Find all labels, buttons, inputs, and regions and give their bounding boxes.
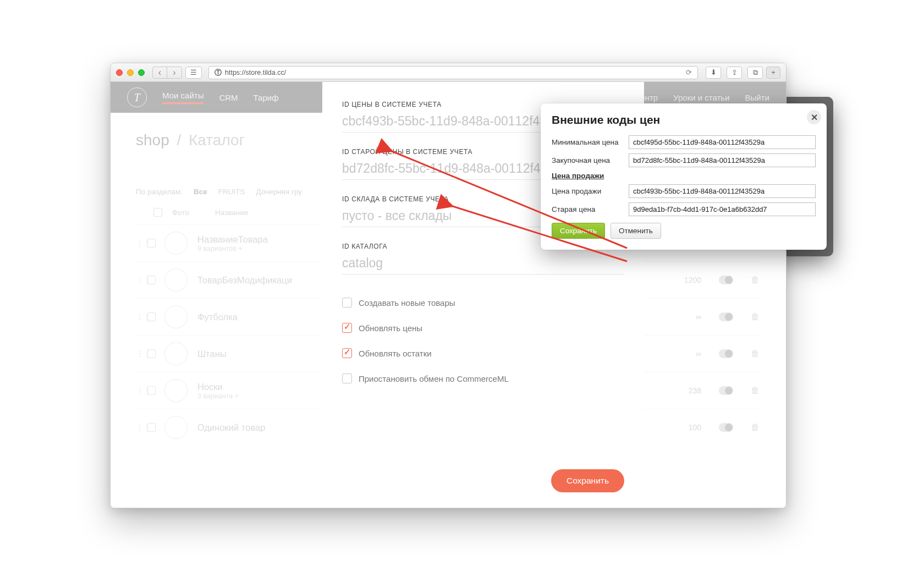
product-price: 1200 <box>666 276 701 284</box>
th-photo: Фото <box>172 208 205 217</box>
product-name: Штаны <box>197 349 227 359</box>
buy-price-label: Закупочная цена <box>552 156 623 164</box>
sale-price-label: Цена продажи <box>552 187 623 195</box>
nav-logout[interactable]: Выйти <box>745 93 769 102</box>
filter-child[interactable]: Дочерняя гру <box>256 188 302 196</box>
row-checkbox[interactable] <box>147 423 156 432</box>
filter-all[interactable]: Все <box>194 188 207 196</box>
row-checkbox[interactable] <box>147 276 156 284</box>
drag-handle-icon[interactable]: ⋮⋮ <box>136 386 144 395</box>
old-price-label: Старая цена <box>552 205 623 213</box>
external-codes-dialog: ✕ Внешние коды цен Минимальная цена Заку… <box>541 103 827 250</box>
product-price: 238 <box>666 386 701 395</box>
row-checkbox[interactable] <box>147 386 156 395</box>
check-pause-exchange[interactable] <box>342 374 352 383</box>
product-thumb <box>164 305 188 328</box>
tabs-icon[interactable]: ⧉ <box>747 67 763 79</box>
drag-handle-icon[interactable]: ⋮⋮ <box>136 312 144 321</box>
sidebar-toggle-icon[interactable]: ☰ <box>185 67 202 79</box>
trash-icon[interactable]: 🗑 <box>751 386 761 396</box>
row-checkbox[interactable] <box>147 349 156 358</box>
product-price: 100 <box>666 423 701 432</box>
trash-icon[interactable]: 🗑 <box>751 312 761 322</box>
address-bar[interactable]: Ⓣ https://store.tilda.cc/ ⟳ <box>208 66 698 79</box>
check-update-prices-label: Обновлять цены <box>359 323 422 333</box>
nav-tariff[interactable]: Тариф <box>254 93 279 102</box>
check-update-stock[interactable] <box>342 348 352 358</box>
dialog-save-button[interactable]: Сохранить <box>552 223 605 239</box>
breadcrumb-page: Каталог <box>189 131 245 149</box>
sale-header: Цена продажи <box>552 172 623 180</box>
window-minimize-icon[interactable] <box>127 69 134 76</box>
new-tab-button[interactable]: + <box>766 67 780 79</box>
product-thumb <box>164 416 188 439</box>
select-all-checkbox[interactable] <box>153 208 162 217</box>
nav-my-sites[interactable]: Мои сайты <box>162 91 204 104</box>
check-update-stock-label: Обновлять остатки <box>359 349 432 358</box>
save-button[interactable]: Сохранить <box>551 469 624 492</box>
drag-handle-icon[interactable]: ⋮⋮ <box>136 423 144 432</box>
product-name: Носки <box>197 382 239 392</box>
drag-handle-icon[interactable]: ⋮⋮ <box>136 276 144 284</box>
filter-label: По разделам: <box>136 188 183 196</box>
sale-price-input[interactable] <box>629 184 816 198</box>
downloads-icon[interactable]: ⬇ <box>706 67 721 79</box>
trash-icon[interactable]: 🗑 <box>751 275 761 285</box>
min-price-input[interactable] <box>629 135 816 149</box>
old-price-input[interactable] <box>629 202 816 216</box>
product-thumb <box>164 268 188 292</box>
product-thumb <box>164 379 188 402</box>
drag-handle-icon[interactable]: ⋮⋮ <box>136 239 144 248</box>
product-price: ∞ <box>666 349 701 358</box>
check-update-prices[interactable] <box>342 323 352 333</box>
row-checkbox[interactable] <box>147 239 156 248</box>
check-create-new[interactable] <box>342 298 352 308</box>
dialog-cancel-button[interactable]: Отменить <box>610 223 661 239</box>
check-pause-exchange-label: Приостановить обмен по CommerceML <box>359 374 509 383</box>
publish-toggle[interactable] <box>719 386 733 395</box>
publish-toggle[interactable] <box>719 349 733 358</box>
publish-toggle[interactable] <box>719 276 733 284</box>
share-icon[interactable]: ⇪ <box>727 67 742 79</box>
tilda-logo-icon[interactable]: T <box>127 87 147 107</box>
check-create-new-label: Создавать новые товары <box>359 298 455 308</box>
product-thumb <box>164 342 188 365</box>
secure-badge-icon: Ⓣ <box>215 68 222 78</box>
close-icon[interactable]: ✕ <box>807 110 821 124</box>
row-checkbox[interactable] <box>147 312 156 321</box>
product-thumb <box>164 232 188 255</box>
product-name: НазваниеТовара <box>197 234 268 245</box>
nav-crm[interactable]: CRM <box>219 93 238 102</box>
product-name: ТоварБезМодификаци <box>197 275 292 286</box>
product-name: Одинокий товар <box>197 422 265 433</box>
product-price: ∞ <box>666 312 701 321</box>
nav-back-button[interactable]: ‹ <box>153 67 167 78</box>
drag-handle-icon[interactable]: ⋮⋮ <box>136 349 144 358</box>
product-subtitle: 9 вариантов + <box>197 245 268 252</box>
reload-icon[interactable]: ⟳ <box>686 68 692 76</box>
browser-chrome: ‹ › ☰ Ⓣ https://store.tilda.cc/ ⟳ ⬇ ⇪ ⧉ … <box>111 63 786 82</box>
field-catalog-id-value[interactable]: catalog <box>342 254 624 274</box>
window-zoom-icon[interactable] <box>138 69 145 76</box>
th-name: Название <box>215 208 248 217</box>
trash-icon[interactable]: 🗑 <box>751 349 761 359</box>
window-close-icon[interactable] <box>116 69 123 76</box>
filter-fruits[interactable]: FRUITS <box>218 188 245 196</box>
buy-price-input[interactable] <box>629 153 816 167</box>
dialog-title: Внешние коды цен <box>552 113 816 127</box>
nav-lessons[interactable]: Уроки и статьи <box>673 93 729 102</box>
nav-forward-button[interactable]: › <box>167 67 182 78</box>
min-price-label: Минимальная цена <box>552 138 623 146</box>
publish-toggle[interactable] <box>719 312 733 321</box>
trash-icon[interactable]: 🗑 <box>751 422 761 432</box>
breadcrumb-shop[interactable]: shop <box>136 131 169 149</box>
product-name: Футболка <box>197 312 238 322</box>
publish-toggle[interactable] <box>719 423 733 432</box>
url-text: https://store.tilda.cc/ <box>225 69 286 76</box>
product-subtitle: 3 варианта + <box>197 392 239 400</box>
